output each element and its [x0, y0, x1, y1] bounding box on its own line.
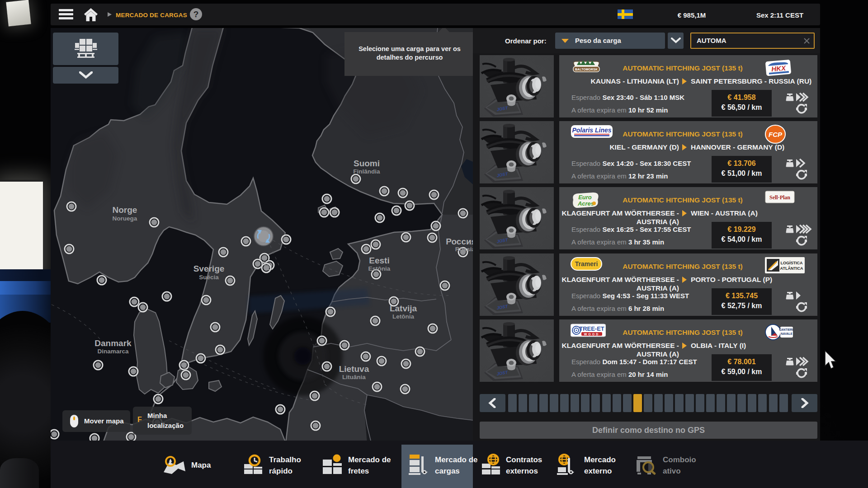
- svg-text:Estônia: Estônia: [368, 265, 391, 272]
- svg-text:Acres: Acres: [577, 200, 594, 207]
- svg-text:Finlândia: Finlândia: [353, 168, 380, 175]
- svg-text:Euro: Euro: [578, 194, 592, 201]
- svg-text:Suomi: Suomi: [354, 159, 380, 168]
- svg-text:FCP: FCP: [769, 131, 783, 138]
- svg-text:CANTIERE: CANTIERE: [779, 328, 793, 331]
- svg-text:Norge: Norge: [113, 205, 137, 215]
- svg-text:Letônia: Letônia: [392, 313, 414, 320]
- svg-text:TREE-ET: TREE-ET: [579, 325, 604, 332]
- svg-text:Dinamarca: Dinamarca: [97, 348, 129, 355]
- svg-text:Rússia: Rússia: [455, 246, 473, 253]
- svg-text:Suécia: Suécia: [199, 274, 219, 281]
- svg-text:Trameri: Trameri: [575, 260, 598, 267]
- svg-text:Россия: Россия: [446, 237, 473, 246]
- svg-text:NAVALE: NAVALE: [781, 332, 793, 335]
- svg-text:LOGÍSTICA: LOGÍSTICA: [781, 261, 803, 265]
- svg-text:Sell·Plan: Sell·Plan: [769, 194, 790, 201]
- svg-text:Sverige: Sverige: [193, 264, 225, 273]
- svg-text:Eesti: Eesti: [369, 256, 389, 265]
- svg-text:BALTOMORSK: BALTOMORSK: [575, 68, 598, 71]
- svg-text:Noruega: Noruega: [113, 215, 137, 222]
- svg-text:Latvija: Latvija: [390, 304, 417, 313]
- svg-text:WOOD: WOOD: [584, 333, 600, 336]
- svg-text:Lituânia: Lituânia: [342, 374, 366, 380]
- svg-text:ATLÂNTICA: ATLÂNTICA: [780, 266, 803, 271]
- svg-text:Lietuva: Lietuva: [339, 364, 369, 374]
- svg-text:Danmark: Danmark: [94, 338, 132, 348]
